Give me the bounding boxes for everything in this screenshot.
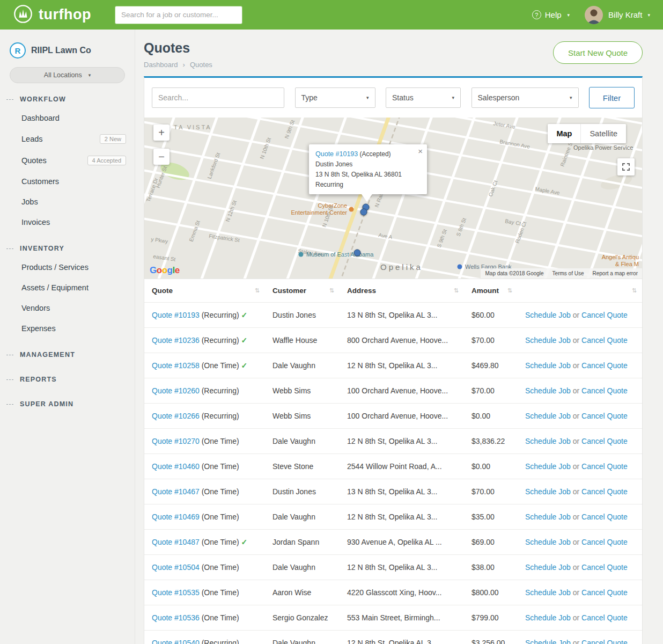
turfhop-brand[interactable]: turfhop <box>13 4 91 26</box>
table-header-quote[interactable]: Quote ⇅ <box>144 279 265 302</box>
section-title: SUPER ADMIN <box>20 400 73 408</box>
cancel-quote-link[interactable]: Cancel Quote <box>581 639 628 644</box>
cancel-quote-link[interactable]: Cancel Quote <box>581 311 628 319</box>
quote-link[interactable]: Quote #10270 <box>152 437 200 445</box>
table-header-actions[interactable]: ⇅ <box>518 279 642 302</box>
table-header-address[interactable]: Address ⇅ <box>340 279 464 302</box>
sidebar-item-customers[interactable]: Customers <box>0 171 135 192</box>
sort-icon[interactable]: ⇅ <box>255 287 260 294</box>
sort-icon[interactable]: ⇅ <box>507 287 512 294</box>
sidebar-section-header-reports[interactable]: REPORTS <box>0 371 135 388</box>
type-select[interactable]: Type ▾ <box>295 87 375 108</box>
global-search-input[interactable] <box>115 6 242 24</box>
quote-link[interactable]: Quote #10487 <box>152 538 200 546</box>
schedule-job-link[interactable]: Schedule Job <box>525 336 571 345</box>
fullscreen-button[interactable] <box>617 158 635 175</box>
status-select[interactable]: Status ▾ <box>386 87 461 108</box>
quote-link[interactable]: Quote #10467 <box>152 487 200 496</box>
zoom-in-button[interactable]: + <box>153 125 170 141</box>
schedule-job-link[interactable]: Schedule Job <box>525 563 571 572</box>
table-header-customer[interactable]: Customer ⇅ <box>265 279 340 302</box>
sort-icon[interactable]: ⇅ <box>632 287 637 294</box>
quote-link[interactable]: Quote #10535 <box>152 588 200 597</box>
user-menu[interactable]: Billy Kraft ▾ <box>608 10 650 19</box>
cancel-quote-link[interactable]: Cancel Quote <box>581 386 628 395</box>
infowindow-quote-link[interactable]: Quote #10193 <box>315 150 358 158</box>
salesperson-select-value: Salesperson <box>478 93 520 102</box>
schedule-job-link[interactable]: Schedule Job <box>525 487 571 496</box>
sort-icon[interactable]: ⇅ <box>329 287 334 294</box>
cancel-quote-link[interactable]: Cancel Quote <box>581 412 628 420</box>
sidebar-item-vendors[interactable]: Vendors <box>0 298 135 318</box>
quotes-search-input[interactable] <box>152 87 284 108</box>
all-locations-dropdown[interactable]: All Locations ▾ <box>10 67 125 83</box>
quote-link[interactable]: Quote #10266 <box>152 412 200 420</box>
breadcrumb-current: Quotes <box>190 61 212 69</box>
map-view-button[interactable]: Map <box>548 124 580 143</box>
sidebar-section-header-workflow[interactable]: WORKFLOW <box>0 91 135 108</box>
sidebar-section-header-management[interactable]: MANAGEMENT <box>0 346 135 363</box>
quote-map-marker[interactable] <box>360 209 367 216</box>
schedule-job-link[interactable]: Schedule Job <box>525 538 571 546</box>
quote-link[interactable]: Quote #10536 <box>152 613 200 622</box>
cancel-quote-link[interactable]: Cancel Quote <box>581 588 628 597</box>
schedule-job-link[interactable]: Schedule Job <box>525 639 571 644</box>
cancel-quote-link[interactable]: Cancel Quote <box>581 437 628 445</box>
customer-cell: Dale Vaughn <box>265 353 340 378</box>
quote-link[interactable]: Quote #10540 <box>152 639 200 644</box>
sidebar-item-dashboard[interactable]: Dashboard <box>0 108 135 128</box>
quote-link[interactable]: Quote #10260 <box>152 386 200 395</box>
sidebar-section-header-inventory[interactable]: INVENTORY <box>0 240 135 257</box>
avatar[interactable] <box>585 6 603 24</box>
quote-link[interactable]: Quote #10258 <box>152 361 200 370</box>
sidebar-section-header-super-admin[interactable]: SUPER ADMIN <box>0 396 135 413</box>
schedule-job-link[interactable]: Schedule Job <box>525 462 571 471</box>
schedule-job-link[interactable]: Schedule Job <box>525 361 571 370</box>
cancel-quote-link[interactable]: Cancel Quote <box>581 462 628 471</box>
sort-icon[interactable]: ⇅ <box>454 287 459 294</box>
zoom-out-button[interactable]: − <box>153 149 170 165</box>
terms-of-use-link[interactable]: Terms of Use <box>552 270 584 276</box>
cancel-quote-link[interactable]: Cancel Quote <box>581 513 628 521</box>
sidebar-item-jobs[interactable]: Jobs <box>0 192 135 212</box>
map-canvas[interactable]: TA VISTAN 10th StN 10th StN 12th StN 9th… <box>144 118 642 279</box>
sidebar-item-quotes[interactable]: Quotes4 Accepted <box>0 150 135 171</box>
schedule-job-link[interactable]: Schedule Job <box>525 311 571 319</box>
address-cell: 553 Main Street, Birmingh... <box>340 605 464 630</box>
satellite-view-button[interactable]: Satellite <box>580 124 626 143</box>
quote-link[interactable]: Quote #10460 <box>152 462 200 471</box>
cancel-quote-link[interactable]: Cancel Quote <box>581 538 628 546</box>
sidebar-item-assets-equipment[interactable]: Assets / Equipment <box>0 277 135 298</box>
cancel-quote-link[interactable]: Cancel Quote <box>581 487 628 496</box>
salesperson-select[interactable]: Salesperson ▾ <box>472 87 579 108</box>
sidebar-item-leads[interactable]: Leads2 New <box>0 128 135 150</box>
breadcrumb-dashboard-link[interactable]: Dashboard <box>144 61 178 69</box>
action-or: or <box>571 639 581 644</box>
help-menu[interactable]: ? Help ▾ <box>532 10 570 19</box>
filter-button[interactable]: Filter <box>589 87 635 108</box>
sidebar-item-expenses[interactable]: Expenses <box>0 318 135 339</box>
quote-link[interactable]: Quote #10469 <box>152 513 200 521</box>
report-map-error-link[interactable]: Report a map error <box>593 270 638 276</box>
start-new-quote-button[interactable]: Start New Quote <box>553 41 643 64</box>
quote-link[interactable]: Quote #10193 <box>152 311 200 319</box>
google-logo[interactable]: Google <box>150 265 180 276</box>
schedule-job-link[interactable]: Schedule Job <box>525 386 571 395</box>
close-icon[interactable]: × <box>418 147 423 155</box>
sidebar-item-invoices[interactable]: Invoices <box>0 212 135 232</box>
cancel-quote-link[interactable]: Cancel Quote <box>581 336 628 345</box>
quote-link[interactable]: Quote #10504 <box>152 563 200 572</box>
schedule-job-link[interactable]: Schedule Job <box>525 613 571 622</box>
sidebar-item-products-services[interactable]: Products / Services <box>0 257 135 277</box>
cancel-quote-link[interactable]: Cancel Quote <box>581 613 628 622</box>
schedule-job-link[interactable]: Schedule Job <box>525 513 571 521</box>
schedule-job-link[interactable]: Schedule Job <box>525 412 571 420</box>
table-header-amount[interactable]: Amount ⇅ <box>464 279 518 302</box>
quote-link[interactable]: Quote #10236 <box>152 336 200 345</box>
quote-map-marker[interactable] <box>354 250 361 257</box>
schedule-job-link[interactable]: Schedule Job <box>525 588 571 597</box>
address-cell: 930 Avenue A, Opelika AL ... <box>340 530 464 554</box>
cancel-quote-link[interactable]: Cancel Quote <box>581 563 628 572</box>
cancel-quote-link[interactable]: Cancel Quote <box>581 361 628 370</box>
schedule-job-link[interactable]: Schedule Job <box>525 437 571 445</box>
